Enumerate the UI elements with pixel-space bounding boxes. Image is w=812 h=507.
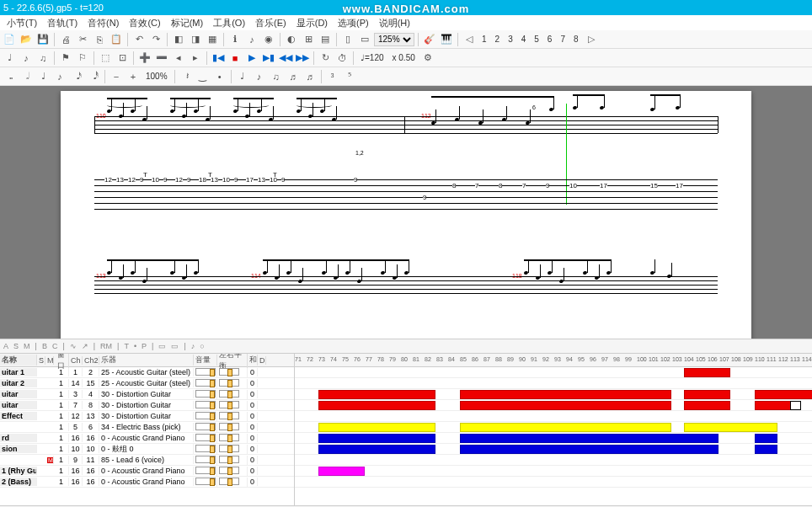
effect-btn[interactable]: ▭ xyxy=(158,342,166,350)
bar-block[interactable] xyxy=(318,390,435,399)
tool-icon[interactable]: ⬚ xyxy=(98,51,113,66)
note-32nd-icon[interactable]: 𝅘𝅥𝅰 xyxy=(86,69,101,84)
tool-icon[interactable]: ♪ xyxy=(244,32,259,47)
track-row[interactable]: Effect1121330 - Distortion Guitar0 xyxy=(0,411,294,422)
duration-icon[interactable]: ♬ xyxy=(286,69,301,84)
tool-icon[interactable]: ◧ xyxy=(171,32,186,47)
undo-icon[interactable]: ↶ xyxy=(131,32,147,47)
effect-btn[interactable]: RM xyxy=(100,342,112,350)
track-row[interactable]: M191185 - Lead 6 (voice)0 xyxy=(0,455,294,466)
zoom-out-icon[interactable]: − xyxy=(109,69,124,84)
page-number[interactable]: 6 xyxy=(544,35,556,44)
effect-btn[interactable]: P xyxy=(142,342,147,350)
page-number[interactable]: 1 xyxy=(478,35,490,44)
note-whole-icon[interactable]: 𝅝 xyxy=(2,69,17,84)
note-icon[interactable]: ♪ xyxy=(19,51,34,66)
tuplet-icon[interactable]: ⁵ xyxy=(342,69,357,84)
menu-bar-item[interactable]: 音轨(T) xyxy=(47,17,77,29)
bar-block[interactable] xyxy=(318,434,435,443)
page-number[interactable]: 7 xyxy=(557,35,569,44)
effect-btn[interactable]: ▭ xyxy=(171,342,179,350)
bar-block[interactable] xyxy=(755,445,777,454)
prev-track-icon[interactable]: ◂ xyxy=(171,51,186,66)
cut-icon[interactable]: ✂ xyxy=(75,32,90,47)
menu-bar-item[interactable]: 标记(M) xyxy=(171,17,204,29)
next-track-icon[interactable]: ▸ xyxy=(188,51,203,66)
effect-btn[interactable]: ∿ xyxy=(70,342,77,350)
add-track-icon[interactable]: ➕ xyxy=(137,51,152,66)
track-row[interactable]: uitar 111225 - Acoustic Guitar (steel)0 xyxy=(0,367,294,378)
page-number[interactable]: 4 xyxy=(518,35,530,44)
bar-block[interactable] xyxy=(318,445,435,454)
bar-block[interactable] xyxy=(460,390,671,399)
duration-icon[interactable]: ♫ xyxy=(269,69,284,84)
page-number[interactable]: 8 xyxy=(570,35,582,44)
play-icon[interactable]: ▶ xyxy=(244,51,259,66)
page-number[interactable]: 3 xyxy=(505,35,516,44)
menu-bar-item[interactable]: 音效(C) xyxy=(129,17,160,29)
tool-icon[interactable]: ◨ xyxy=(188,32,203,47)
duration-icon[interactable]: ♬ xyxy=(302,69,318,84)
bar-block[interactable] xyxy=(460,434,719,443)
fretboard-icon[interactable]: 🎸 xyxy=(422,32,437,47)
track-row[interactable]: 2 (Bass)116160 - Acoustic Grand Piano0 xyxy=(0,477,294,488)
tool-icon[interactable]: ◉ xyxy=(261,32,276,47)
track-row[interactable]: 1 (Rhy Guit)116160 - Acoustic Grand Pian… xyxy=(0,466,294,477)
bar-block[interactable] xyxy=(755,434,777,443)
bar-block[interactable] xyxy=(460,401,671,410)
last-icon[interactable]: ▶▮ xyxy=(261,51,276,66)
note-eighth-icon[interactable]: ♪ xyxy=(52,69,67,84)
bar-block[interactable] xyxy=(318,423,435,432)
remove-track-icon[interactable]: ➖ xyxy=(154,51,169,66)
page-number[interactable]: 2 xyxy=(492,35,504,44)
tuplet-icon[interactable]: ³ xyxy=(325,69,340,84)
duration-icon[interactable]: ♩ xyxy=(235,69,250,84)
effect-btn[interactable]: ♪ xyxy=(191,342,195,350)
page-nav-next-icon[interactable]: ▷ xyxy=(584,32,599,47)
note-half-icon[interactable]: 𝅗𝅥 xyxy=(19,69,34,84)
effect-btn[interactable]: M xyxy=(24,342,30,350)
menu-bar-item[interactable]: 工具(O) xyxy=(213,17,245,29)
first-icon[interactable]: ▮◀ xyxy=(211,51,226,66)
bar-block[interactable] xyxy=(790,401,801,410)
menu-bar-item[interactable]: 说明(H) xyxy=(379,17,410,29)
menu-bar-item[interactable]: 音符(N) xyxy=(88,17,119,29)
bar-block[interactable] xyxy=(460,445,719,454)
stop-icon[interactable]: ■ xyxy=(227,51,243,66)
copy-icon[interactable]: ⎘ xyxy=(92,32,107,47)
bar-block[interactable] xyxy=(684,368,730,377)
speed-multiplier[interactable]: x 0.50 xyxy=(389,53,419,62)
note-quarter-icon[interactable]: ♩ xyxy=(35,69,51,84)
page-view-icon[interactable]: ▭ xyxy=(357,32,372,47)
effect-btn[interactable]: C xyxy=(52,342,58,350)
loop-icon[interactable]: ↻ xyxy=(318,51,333,66)
dot-icon[interactable]: • xyxy=(212,69,227,84)
zoom-select[interactable]: 125% xyxy=(374,33,414,46)
track-row[interactable]: 15634 - Electric Bass (pick)0 xyxy=(0,422,294,433)
track-row[interactable]: uitar13430 - Distortion Guitar0 xyxy=(0,389,294,400)
bar-block[interactable] xyxy=(318,467,365,476)
duration-icon[interactable]: ♪ xyxy=(252,69,267,84)
redo-icon[interactable]: ↷ xyxy=(148,32,163,47)
page-nav-prev-icon[interactable]: ◁ xyxy=(462,32,477,47)
bar-grid-area[interactable]: 7172737475767778798081828384858687888990… xyxy=(295,354,812,505)
track-row[interactable]: uitar 21141525 - Acoustic Guitar (steel)… xyxy=(0,378,294,389)
track-row[interactable]: uitar17830 - Distortion Guitar0 xyxy=(0,400,294,411)
note-icon[interactable]: ♩ xyxy=(2,51,17,66)
tie-icon[interactable]: ‿ xyxy=(195,69,211,84)
menu-bar-item[interactable]: 小节(T) xyxy=(7,17,37,29)
bar-block[interactable] xyxy=(460,423,671,432)
page-view-icon[interactable]: ▯ xyxy=(340,32,355,47)
marker-icon[interactable]: ⚑ xyxy=(58,51,73,66)
menu-bar-item[interactable]: 显示(D) xyxy=(296,17,328,29)
note-icon[interactable]: ♫ xyxy=(35,51,51,66)
zoom-in-icon[interactable]: + xyxy=(126,69,141,84)
note-16th-icon[interactable]: 𝅘𝅥𝅯 xyxy=(69,69,84,84)
speed-trainer-icon[interactable]: ⚙ xyxy=(420,51,435,66)
track-row[interactable]: sion110100 - 鼓组 00 xyxy=(0,444,294,455)
tool-icon[interactable]: ▤ xyxy=(318,32,333,47)
forward-icon[interactable]: ▶▶ xyxy=(295,51,310,66)
new-icon[interactable]: 📄 xyxy=(2,32,17,47)
effect-btn[interactable]: T xyxy=(124,342,129,350)
tool-icon[interactable]: ⊞ xyxy=(301,32,316,47)
